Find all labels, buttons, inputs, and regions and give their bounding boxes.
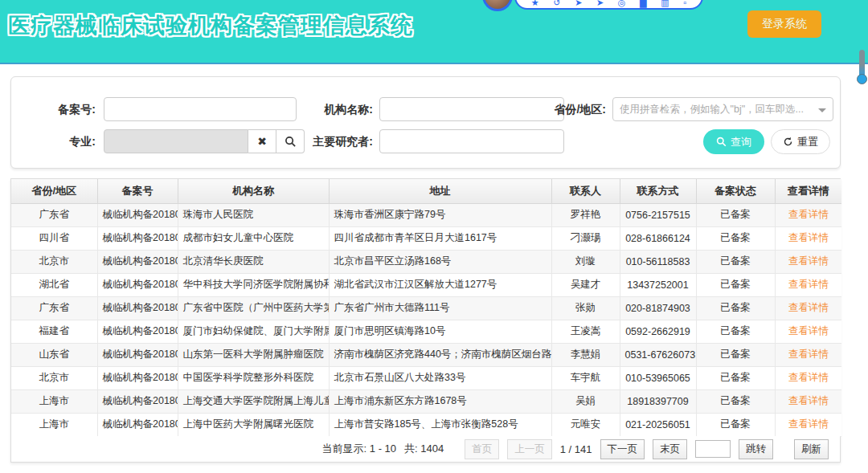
status-cell: 已备案 [696,320,775,343]
org-name-input[interactable] [379,97,564,121]
pen-icon[interactable]: ➤ [575,0,582,7]
column-header: 查看详情 [775,179,841,203]
table-row: 北京市械临机构备201800003北京清华长庚医院北京市昌平区立汤路168号刘璇… [11,250,841,273]
detail-cell: 查看详情 [775,343,841,366]
page-title: 医疗器械临床试验机构备案管理信息系统 [8,11,413,40]
view-detail-link[interactable]: 查看详情 [788,255,829,267]
province-cell: 湖北省 [11,273,97,296]
view-detail-link[interactable]: 查看详情 [788,349,829,360]
specialty-input[interactable] [104,129,248,153]
province-label: 省份/地区: [542,97,606,121]
record-no-cell: 械临机构备201800001 [97,203,178,226]
pen-icon[interactable]: ➤ [596,0,604,7]
address-cell: 北京市石景山区八大处路33号 [329,366,551,389]
phone-cell: 13437252001 [620,273,696,296]
contact-cell: 王凌嵩 [551,320,620,343]
query-button[interactable]: 查询 [703,129,764,154]
contact-cell: 元唯安 [551,413,620,436]
contact-cell: 吴建才 [551,273,620,296]
status-cell: 已备案 [696,296,775,320]
close-icon: ✖ [257,135,267,148]
view-detail-link[interactable]: 查看详情 [788,279,829,290]
extension-toolbar[interactable]: ★ ↺ ➤ ➤ ◎ ▆ ▥ ▫ [514,0,703,10]
detail-cell: 查看详情 [775,226,841,250]
record-no-cell: 械临机构备201800002 [97,226,178,250]
box-icon[interactable]: ▫ [683,0,686,7]
scroll-thumb[interactable] [857,74,867,84]
province-cell: 北京市 [11,250,97,273]
province-select[interactable]: 使用拼音检索，例如输入"bj"，回车即选... [612,97,833,121]
view-detail-link[interactable]: 查看详情 [788,325,829,336]
scroll-indicator[interactable] [858,50,866,87]
jump-button[interactable]: 跳转 [739,439,773,459]
org-name-cell: 北京清华长庚医院 [178,250,329,273]
record-no-label: 备案号: [11,97,96,121]
login-button[interactable]: 登录系统 [747,10,821,38]
contact-cell: 李慧娟 [551,343,620,366]
province-cell: 北京市 [11,366,97,389]
refresh-icon [783,137,793,147]
view-detail-link[interactable]: 查看详情 [788,418,829,430]
chevron-down-icon [818,108,826,112]
jump-page-input[interactable] [695,440,731,458]
detail-cell: 查看详情 [775,389,841,413]
search-panel: 备案号: 机构名称: 省份/地区: 使用拼音检索，例如输入"bj"，回车即选..… [10,76,841,169]
address-cell: 四川省成都市青羊区日月大道1617号 [329,226,551,250]
status-cell: 已备案 [696,366,775,389]
record-no-input[interactable] [104,97,297,121]
detail-cell: 查看详情 [775,320,841,343]
phone-cell: 010-53965065 [620,366,696,389]
status-cell: 已备案 [696,413,775,436]
record-no-cell: 械临机构备201800005 [97,296,178,320]
org-name-cell: 上海中医药大学附属曙光医院 [178,413,329,436]
phone-cell: 0592-2662919 [620,320,696,343]
investigator-input[interactable] [379,129,564,153]
view-detail-link[interactable]: 查看详情 [788,232,829,243]
address-cell: 北京市昌平区立汤路168号 [329,250,551,273]
page-indicator: 1 / 141 [560,443,592,455]
phone-cell: 18918397709 [620,389,696,413]
first-page-button[interactable]: 首页 [465,439,499,459]
target-icon[interactable]: ◎ [618,0,626,7]
view-detail-link[interactable]: 查看详情 [788,372,829,383]
table-row: 福建省械临机构备201800006厦门市妇幼保健院、厦门大学附属...厦门市思明… [11,320,841,343]
table-row: 山东省械临机构备201800007山东第一医科大学附属肿瘤医院（...济南市槐荫… [11,343,841,366]
province-cell: 四川省 [11,226,97,250]
record-no-cell: 械临机构备201800008 [97,366,178,389]
view-detail-link[interactable]: 查看详情 [788,302,829,313]
refresh-button[interactable]: 刷新 [794,439,829,459]
province-cell: 广东省 [11,296,97,320]
province-cell: 广东省 [11,203,97,226]
province-cell: 福建省 [11,320,97,343]
next-page-button[interactable]: 下一页 [600,439,645,459]
clear-button[interactable]: ✖ [248,129,276,153]
status-cell: 已备案 [696,343,775,366]
contact-cell: 张勋 [551,296,620,320]
table-row: 上海市械临机构备201800009上海交通大学医学院附属上海儿童...上海市浦东… [11,389,841,413]
undo-icon[interactable]: ↺ [553,0,560,7]
prev-page-button[interactable]: 上一页 [507,439,552,459]
table-row: 北京市械临机构备201800008中国医学科学院整形外科医院北京市石景山区八大处… [11,366,841,389]
app-header: 医疗器械临床试验机构备案管理信息系统 ★ ↺ ➤ ➤ ◎ ▆ ▥ ▫ 登录系统 [0,0,868,64]
detail-cell: 查看详情 [775,296,841,320]
pagination-bar: 当前显示: 1 - 10 共: 1404 首页 上一页 1 / 141 下一页 … [11,436,840,462]
record-no-cell: 械临机构备201800010 [97,413,178,436]
view-detail-link[interactable]: 查看详情 [788,209,829,220]
column-header: 联系方式 [620,179,696,203]
grid-icon[interactable]: ▥ [661,0,669,7]
square-icon[interactable]: ▆ [640,0,646,7]
search-icon [716,137,727,147]
org-name-cell: 上海交通大学医学院附属上海儿童... [178,389,329,413]
contact-cell: 刘璇 [551,250,620,273]
view-detail-link[interactable]: 查看详情 [788,395,829,406]
org-name-cell: 成都市妇女儿童中心医院 [178,226,329,250]
org-name-cell: 中国医学科学院整形外科医院 [178,366,329,389]
reset-button[interactable]: 重置 [771,129,830,154]
org-name-cell: 珠海市人民医院 [178,203,329,226]
last-page-button[interactable]: 末页 [653,439,687,459]
scroll-track [859,50,865,77]
status-cell: 已备案 [696,203,775,226]
star-icon[interactable]: ★ [531,0,539,7]
address-cell: 上海市普安路185号、上海市张衡路528号 [329,413,551,436]
address-cell: 湖北省武汉市江汉区解放大道1277号 [329,273,551,296]
